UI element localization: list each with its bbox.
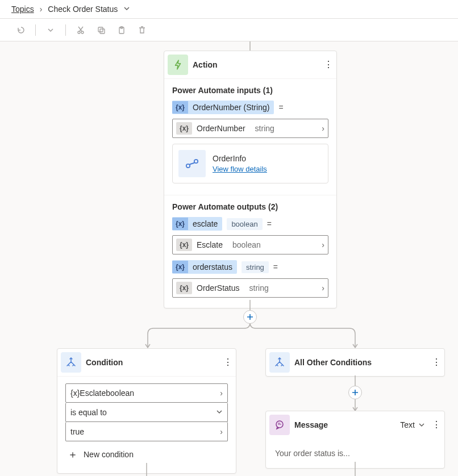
variable-icon: {x} [176, 282, 192, 294]
message-icon [269, 415, 290, 435]
variable-icon: {x} [176, 122, 192, 135]
chevron-right-icon: › [322, 124, 324, 133]
inputs-heading: Power Automate inputs (1) [172, 86, 328, 95]
variable-icon: {x} [70, 389, 80, 398]
variable-icon: {x} [176, 239, 192, 251]
variable-icon: {x} [172, 218, 188, 230]
equals-label: = [273, 262, 278, 272]
breadcrumb-separator: › [40, 5, 43, 14]
branch-icon [269, 352, 290, 373]
message-body[interactable]: Your order status is... [266, 439, 444, 468]
lightning-icon [168, 55, 188, 75]
add-node-button[interactable] [348, 386, 362, 399]
chevron-down-icon [418, 421, 425, 428]
variable-chip[interactable]: {x} esclate [172, 217, 222, 231]
redo-menu-button[interactable] [41, 21, 60, 39]
svg-point-1 [81, 31, 84, 34]
outputs-heading: Power Automate outputs (2) [172, 202, 328, 211]
node-title: Message [294, 420, 400, 429]
paste-button[interactable] [113, 21, 131, 39]
chevron-right-icon: › [322, 240, 324, 249]
chevron-right-icon: › [220, 389, 223, 398]
view-flow-details-link[interactable]: View flow details [213, 165, 267, 173]
svg-point-7 [186, 164, 190, 168]
node-title: All Other Conditions [294, 358, 428, 367]
new-condition-button[interactable]: ＋ New condition [65, 445, 228, 464]
condition-node[interactable]: Condition ⋮ {x} Esclate boolean › is equ… [57, 348, 236, 474]
variable-icon: {x} [172, 261, 188, 273]
action-node[interactable]: Action ⋮ Power Automate inputs (1) {x} O… [164, 51, 337, 308]
node-title: Action [193, 60, 320, 69]
chevron-right-icon: › [220, 427, 223, 436]
breadcrumb-root-link[interactable]: Topics [11, 5, 34, 14]
variable-chip[interactable]: {x} OrderNumber (String) [172, 101, 274, 114]
all-other-conditions-node[interactable]: All Other Conditions ⋮ [265, 348, 445, 377]
flow-name: OrderInfo [213, 154, 267, 163]
toolbar-separator [35, 24, 36, 36]
condition-operator-field[interactable]: is equal to [65, 403, 228, 422]
equals-label: = [267, 219, 272, 228]
delete-button[interactable] [133, 21, 151, 39]
cut-button[interactable] [72, 21, 90, 39]
svg-rect-3 [100, 29, 105, 34]
equals-label: = [278, 103, 283, 112]
chevron-down-icon[interactable] [123, 5, 130, 14]
node-title: Condition [86, 358, 220, 367]
breadcrumb-current: Check Order Status [48, 5, 118, 14]
svg-point-0 [78, 31, 80, 34]
chevron-down-icon [216, 408, 223, 417]
branch-icon [61, 352, 81, 373]
breadcrumb: Topics › Check Order Status [0, 0, 458, 19]
flow-card: OrderInfo View flow details [172, 144, 328, 183]
add-node-button[interactable] [243, 310, 257, 324]
toolbar [0, 19, 458, 41]
input-value-field[interactable]: {x} OrderNumber string › [172, 119, 328, 138]
message-node[interactable]: Message Text ⋮ Your order status is... [265, 411, 445, 469]
variable-chip[interactable]: {x} orderstatus [172, 260, 237, 274]
message-type-selector[interactable]: Text [400, 420, 425, 429]
flow-icon [178, 150, 206, 177]
svg-rect-2 [98, 27, 103, 32]
type-chip: boolean [227, 218, 262, 230]
variable-icon: {x} [172, 101, 188, 114]
type-chip: string [242, 261, 269, 273]
output-value-field[interactable]: {x} OrderStatus string › [172, 278, 328, 298]
condition-variable-field[interactable]: {x} Esclate boolean › [65, 383, 228, 403]
output-value-field[interactable]: {x} Esclate boolean › [172, 235, 328, 254]
chevron-right-icon: › [322, 283, 324, 293]
svg-point-8 [194, 160, 198, 163]
undo-button[interactable] [11, 21, 30, 39]
condition-value-field[interactable]: true › [65, 422, 228, 441]
copy-button[interactable] [92, 21, 110, 39]
toolbar-separator [65, 24, 66, 36]
plus-icon: ＋ [68, 449, 78, 460]
authoring-canvas[interactable]: Action ⋮ Power Automate inputs (1) {x} O… [0, 41, 458, 472]
